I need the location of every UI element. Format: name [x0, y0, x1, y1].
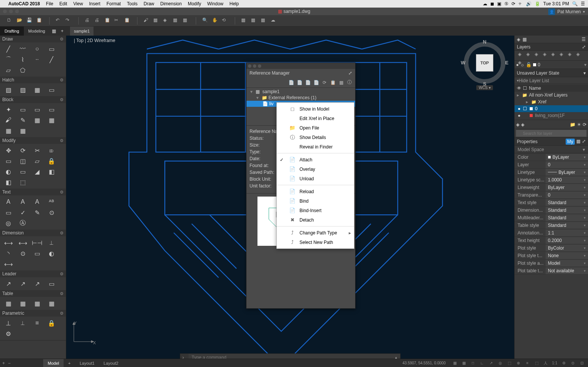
ctx-item-change-path-type[interactable]: ⤴Change Path Type▸	[277, 228, 354, 237]
ref-tool-icon[interactable]: 📄	[288, 79, 295, 86]
layers-tab-icon[interactable]: ◈	[517, 37, 520, 42]
layer-group[interactable]: All non-Xref Layers	[529, 92, 568, 98]
workspace-tab-drafting[interactable]: Drafting	[0, 27, 24, 36]
tool-button[interactable]: 〰	[16, 44, 30, 54]
ref-tool-icon[interactable]: 📄	[304, 79, 311, 86]
block-icon[interactable]: ▦	[153, 17, 160, 24]
tool-button[interactable]: ✓	[16, 208, 30, 217]
tool-button[interactable]: ▦	[30, 115, 44, 125]
tool-button[interactable]: ◎	[2, 218, 15, 228]
tool-button[interactable]: ▭	[45, 85, 58, 95]
tool-button[interactable]: ▭	[16, 167, 30, 176]
tool-button[interactable]: ▦	[2, 126, 15, 136]
tool-button[interactable]: ╱	[2, 44, 15, 54]
layer-tool-icon[interactable]: ◈	[516, 59, 523, 66]
ref-icon[interactable]: ▦	[261, 17, 268, 24]
menu-icon[interactable]: ☰	[582, 37, 586, 42]
tool-button[interactable]: ⟷	[2, 259, 15, 269]
panel-header-parametric[interactable]: Parametric⚙	[0, 310, 66, 317]
design-icon[interactable]: ▦	[183, 17, 190, 24]
tool-button[interactable]: ◢	[30, 167, 44, 176]
property-row[interactable]: Text styleStandard▾	[515, 199, 588, 206]
layer-tool-icon[interactable]: ◈	[516, 51, 523, 58]
meas-icon[interactable]: ▦	[251, 17, 258, 24]
tool-button[interactable]: ⟂	[45, 238, 58, 248]
menu-dimension[interactable]: Dimension	[160, 1, 182, 6]
command-line[interactable]: ›_ ▴	[180, 353, 401, 359]
layout-tab-add-icon[interactable]: +	[64, 359, 75, 367]
tool-button[interactable]: ▭	[2, 156, 15, 166]
status-icon[interactable]: ⊙	[569, 360, 577, 366]
current-layer-selector[interactable]: ● ☼ 🔓 0 ▾	[515, 61, 588, 69]
open-icon[interactable]: 📂	[17, 17, 23, 24]
ref-tool-icon[interactable]: ▦	[338, 79, 345, 86]
props-icon[interactable]: ▦	[173, 17, 180, 24]
ctx-item-overlay[interactable]: 📄Overlay	[277, 164, 354, 174]
tool-button[interactable]: ▦	[45, 115, 58, 125]
prop-icon[interactable]: ▦	[576, 139, 580, 145]
cut-icon[interactable]: ✂	[114, 17, 121, 24]
property-row[interactable]: Plot styleByColor▾	[515, 244, 588, 252]
property-row[interactable]: Plot style t...None▾	[515, 252, 588, 259]
menu-modify[interactable]: Modify	[188, 1, 201, 6]
ctx-item-unload[interactable]: 📄Unload	[277, 174, 354, 183]
tool-button[interactable]: 🖌	[2, 115, 15, 125]
property-row[interactable]: ColorByLayer▾	[515, 153, 588, 161]
tool-button[interactable]: 🔒	[45, 318, 58, 328]
tool-button[interactable]: ▭	[45, 105, 58, 114]
layout-tab-layout2[interactable]: Layout2	[99, 359, 123, 367]
tool-button[interactable]: ⌇	[16, 55, 30, 64]
tool-button[interactable]: ⌒	[2, 55, 15, 64]
save-icon[interactable]: 💾	[27, 17, 33, 24]
add-tab-icon[interactable]: +	[58, 28, 66, 34]
property-row[interactable]: LineweightByLayer▾	[515, 184, 588, 191]
viewcube-face[interactable]: TOP	[476, 54, 493, 72]
hide-layer-list[interactable]: ▾ Hide Layer List	[515, 77, 588, 84]
property-row[interactable]: Plot style a...Model▾	[515, 259, 588, 267]
ref-tool-icon[interactable]: 📋	[329, 79, 336, 86]
gear-icon[interactable]: ⚙	[60, 311, 64, 316]
status-icon[interactable]: ⊡	[578, 360, 586, 366]
layer-tool-icon[interactable]: ◈	[541, 51, 548, 58]
status-icon[interactable]: ≡	[524, 360, 531, 366]
ctx-item-reveal-in-finder[interactable]: Reveal in Finder	[277, 142, 354, 151]
status-icon[interactable]: ⬚	[505, 360, 513, 366]
status-icon[interactable]: □	[469, 360, 477, 366]
tool-button[interactable]: ◐	[45, 248, 58, 258]
property-row[interactable]: Annotation...1:1▾	[515, 229, 588, 237]
layer-tool-icon[interactable]: ◈	[521, 122, 524, 127]
copy-icon[interactable]: 📋	[104, 17, 111, 24]
layer-tool-icon[interactable]: ◈	[549, 51, 556, 58]
tool-button[interactable]: ▭	[30, 105, 44, 114]
status-icon[interactable]: ▦	[460, 360, 468, 366]
zoom-icon[interactable]: 🔍	[202, 17, 209, 24]
pan-icon[interactable]: ✋	[212, 17, 219, 24]
layer-group[interactable]: Xref	[538, 99, 546, 105]
tool-button[interactable]: ◧	[45, 167, 58, 176]
menu-draw[interactable]: Draw	[143, 1, 154, 6]
layout-tab-model[interactable]: Model	[43, 359, 64, 367]
tool-button[interactable]: ✥	[2, 145, 15, 155]
property-row[interactable]: Text height0.2000▾	[515, 237, 588, 244]
model-space-selector[interactable]: Model Space▾	[515, 146, 588, 153]
undock-icon[interactable]: ⤢	[582, 44, 586, 50]
gear-icon[interactable]: ⚙	[60, 291, 64, 296]
menu-file[interactable]: File	[46, 1, 53, 6]
tool-button[interactable]: ↗	[2, 279, 15, 289]
tool-button[interactable]: ▭	[45, 44, 58, 54]
panel-header-modify[interactable]: Modify⚙	[0, 137, 66, 144]
undock-icon[interactable]: ⤢	[582, 139, 586, 145]
panel-header-draw[interactable]: Draw⚙	[0, 36, 66, 42]
tool-button[interactable]: ⟂	[16, 318, 30, 328]
tool-button[interactable]: ◝	[2, 248, 15, 258]
tool-button[interactable]: ⬚	[16, 177, 30, 187]
layer-item[interactable]: 0	[535, 106, 538, 111]
property-row[interactable]: Dimension...Standard▾	[515, 206, 588, 214]
new-icon[interactable]: 🗋	[7, 17, 14, 24]
property-row[interactable]: Linetype sc...1.0000▾	[515, 176, 588, 184]
menu-edit[interactable]: Edit	[59, 1, 67, 6]
tool-button[interactable]: ▦	[2, 298, 15, 308]
tool-button[interactable]: ↗	[16, 279, 30, 289]
command-input[interactable]	[189, 355, 392, 359]
orbit-icon[interactable]: ⟲	[222, 17, 229, 24]
